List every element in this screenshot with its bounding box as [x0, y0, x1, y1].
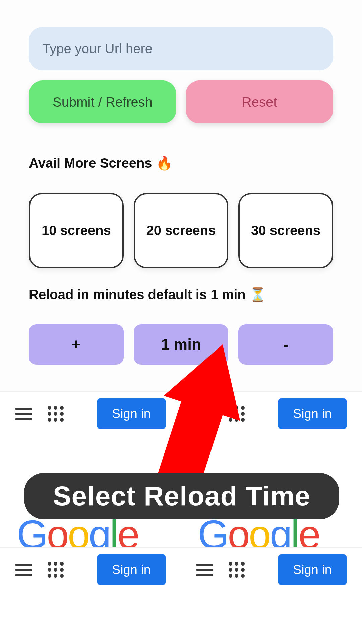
preview-header: Sign in	[181, 548, 362, 585]
annotation-label: Select Reload Time	[24, 473, 339, 519]
reload-increment-button[interactable]: +	[29, 324, 124, 365]
sign-in-button[interactable]: Sign in	[278, 398, 347, 429]
apps-grid-icon[interactable]	[48, 406, 64, 422]
apps-grid-icon[interactable]	[229, 406, 245, 422]
sign-in-button[interactable]: Sign in	[97, 398, 166, 429]
preview-row: Sign in Google Sign in Google	[0, 547, 362, 644]
menu-icon[interactable]	[15, 408, 32, 420]
preview-cell: Sign in Google	[181, 391, 362, 547]
control-panel: Submit / Refresh Reset Avail More Screen…	[0, 0, 362, 371]
screens-section-title: Avail More Screens 🔥	[29, 155, 333, 171]
submit-refresh-button[interactable]: Submit / Refresh	[29, 80, 176, 123]
preview-header: Sign in	[0, 392, 181, 429]
preview-header: Sign in	[181, 392, 362, 429]
reload-decrement-button[interactable]: -	[238, 324, 333, 365]
apps-grid-icon[interactable]	[229, 562, 245, 578]
reload-section-title: Reload in minutes default is 1 min ⏳	[29, 287, 333, 303]
url-input[interactable]	[29, 27, 333, 70]
preview-cell: Sign in Google	[0, 547, 181, 644]
menu-icon[interactable]	[196, 408, 213, 420]
sign-in-button[interactable]: Sign in	[97, 554, 166, 585]
reset-button[interactable]: Reset	[186, 80, 333, 123]
screens-option-30[interactable]: 30 screens	[238, 193, 333, 268]
screens-options-row: 10 screens 20 screens 30 screens	[29, 193, 333, 268]
reload-controls-row: + 1 min -	[29, 324, 333, 365]
reload-value-display: 1 min	[134, 324, 229, 365]
menu-icon[interactable]	[196, 564, 213, 576]
preview-cell: Sign in Google	[181, 547, 362, 644]
action-button-row: Submit / Refresh Reset	[29, 80, 333, 123]
sign-in-button[interactable]: Sign in	[278, 554, 347, 585]
preview-header: Sign in	[0, 548, 181, 585]
preview-row: Sign in Google Sign in Google	[0, 391, 362, 547]
screens-option-10[interactable]: 10 screens	[29, 193, 124, 268]
screens-option-20[interactable]: 20 screens	[134, 193, 229, 268]
apps-grid-icon[interactable]	[48, 562, 64, 578]
menu-icon[interactable]	[15, 564, 32, 576]
preview-cell: Sign in Google	[0, 391, 181, 547]
